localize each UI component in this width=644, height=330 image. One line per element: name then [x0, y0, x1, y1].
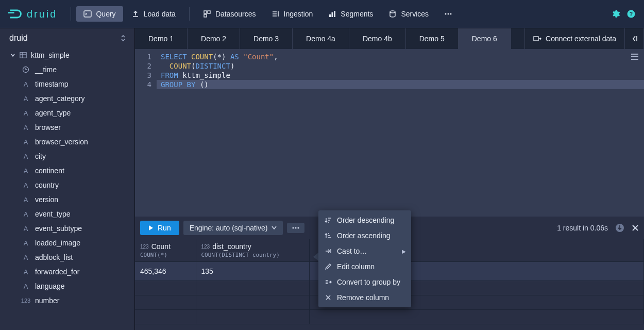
ctx-remove-column[interactable]: Remove column [318, 290, 411, 305]
header-separator [71, 7, 71, 21]
svg-point-11 [450, 13, 452, 15]
query-tab[interactable]: Demo 1 [135, 28, 188, 49]
help-icon: ? [626, 9, 636, 19]
svg-text:?: ? [630, 11, 633, 17]
string-type-icon: A [22, 167, 30, 175]
more-options-button[interactable] [287, 223, 304, 233]
column-item[interactable]: Atimestamp [0, 77, 134, 91]
column-item[interactable]: Acity [0, 149, 134, 163]
column-name: continent [35, 167, 64, 175]
app-header: druid Query Load data Datasources Ingest… [0, 0, 644, 28]
query-tab[interactable]: Demo 6 [459, 28, 511, 49]
string-type-icon: A [22, 268, 30, 276]
schema-selector[interactable]: druid [0, 28, 134, 48]
column-item[interactable]: Aforwarded_for [0, 265, 134, 279]
ctx-cast-to[interactable]: Cast to… ▶ [318, 243, 411, 259]
table-row-empty [135, 310, 644, 324]
query-tab[interactable]: Demo 4a [293, 28, 349, 49]
column-name: forwarded_for [35, 268, 79, 276]
column-item[interactable]: Acountry [0, 178, 134, 192]
column-name: event_type [35, 210, 71, 218]
edit-icon [325, 263, 332, 270]
sort-icon [120, 35, 126, 42]
svg-point-24 [298, 227, 299, 228]
engine-selector[interactable]: Engine: auto (sql-native) [183, 221, 283, 235]
nav-more[interactable] [437, 6, 460, 22]
string-type-icon: A [22, 196, 30, 204]
query-tab[interactable]: Demo 3 [240, 28, 293, 49]
ctx-edit-column[interactable]: Edit column [318, 259, 411, 274]
editor-menu-button[interactable] [631, 53, 639, 62]
column-name: number [35, 296, 59, 305]
nav-datasources[interactable]: Datasources [196, 6, 263, 22]
column-item[interactable]: Abrowser_version [0, 135, 134, 149]
menu-pointer [313, 253, 318, 261]
column-item[interactable]: __time [0, 62, 134, 77]
nav-query[interactable]: Query [76, 6, 123, 22]
datasource-row[interactable]: kttm_simple [0, 48, 134, 62]
svg-rect-18 [534, 37, 538, 41]
settings-button[interactable] [611, 9, 620, 19]
column-item[interactable]: Aevent_type [0, 207, 134, 221]
column-name: agent_type [35, 109, 71, 117]
runbar-status: 1 result in 0.06s [557, 223, 639, 233]
column-item[interactable]: Alanguage [0, 279, 134, 293]
column-item[interactable]: Acontinent [0, 163, 134, 178]
string-type-icon: A [22, 109, 30, 117]
nav-services[interactable]: Services [381, 6, 436, 22]
column-name: __time [35, 65, 57, 74]
svg-rect-5 [329, 14, 331, 17]
column-name: version [35, 195, 58, 204]
column-name: browser_version [35, 138, 88, 146]
editor-gutter: 1 2 3 4 [135, 49, 157, 217]
nav-datasources-label: Datasources [215, 10, 256, 18]
nav-load-data[interactable]: Load data [124, 6, 183, 22]
ctx-order-desc[interactable]: Order descending [318, 212, 411, 228]
ingestion-icon [272, 10, 280, 18]
column-item[interactable]: 123number [0, 293, 134, 308]
col-header-count[interactable]: 123Count COUNT(*) [135, 239, 196, 262]
column-item[interactable]: Aagent_category [0, 91, 134, 106]
editor-code[interactable]: SELECT COUNT(*) AS "Count", COUNT(DISTIN… [157, 49, 644, 217]
column-item[interactable]: Aagent_type [0, 106, 134, 120]
string-type-icon: A [22, 225, 30, 233]
query-tab[interactable]: Demo 2 [188, 28, 240, 49]
play-icon [148, 225, 154, 231]
help-button[interactable]: ? [626, 9, 636, 19]
query-tab[interactable]: Demo 5 [406, 28, 459, 49]
string-type-icon: A [22, 210, 30, 218]
download-icon[interactable] [615, 223, 624, 233]
query-tab[interactable]: Demo 4b [349, 28, 406, 49]
col-header-dist-country[interactable]: 123dist_country COUNT(DISTINCT country) [196, 239, 309, 262]
column-list[interactable]: __timeAtimestampAagent_categoryAagent_ty… [0, 62, 134, 330]
column-item[interactable]: Aloaded_image [0, 236, 134, 250]
ctx-convert-group-by[interactable]: Convert to group by [318, 274, 411, 290]
nav-ingestion[interactable]: Ingestion [264, 6, 320, 22]
datasource-icon [203, 10, 211, 18]
column-item[interactable]: Aevent_subtype [0, 221, 134, 236]
connect-external-data[interactable]: Connect external data [525, 28, 625, 49]
more-horizontal-icon [292, 227, 299, 229]
close-icon[interactable] [632, 224, 639, 232]
column-item[interactable]: Aversion [0, 192, 134, 207]
column-name: event_subtype [35, 224, 82, 233]
svg-rect-6 [332, 12, 333, 17]
column-item[interactable]: Aadblock_list [0, 250, 134, 265]
brand-logo: druid [8, 7, 57, 21]
svg-point-22 [293, 227, 294, 228]
column-name: loaded_image [35, 239, 80, 247]
string-type-icon: A [22, 95, 30, 103]
nav-segments[interactable]: Segments [321, 6, 380, 22]
column-item[interactable]: Abrowser [0, 120, 134, 135]
time-type-icon [22, 66, 30, 73]
ctx-order-asc[interactable]: Order ascending [318, 228, 411, 243]
svg-rect-4 [204, 14, 207, 17]
cell-dist-country: 135 [196, 262, 309, 281]
datasource-name: kttm_simple [31, 51, 70, 59]
string-type-icon: A [22, 124, 30, 131]
segments-icon [328, 10, 336, 18]
sql-editor[interactable]: 1 2 3 4 SELECT COUNT(*) AS "Count", COUN… [135, 49, 644, 217]
nav-query-label: Query [96, 10, 115, 18]
run-button[interactable]: Run [140, 221, 179, 235]
tab-collapse[interactable] [625, 28, 644, 49]
